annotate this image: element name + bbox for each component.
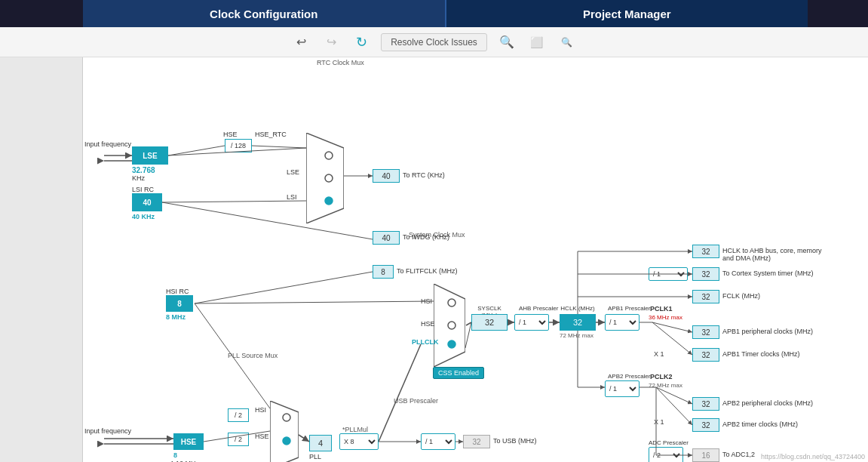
fit-button[interactable]: ⬜ xyxy=(526,32,547,53)
apb2-peripheral-label: APB2 peripheral clocks (MHz) xyxy=(722,399,813,407)
pll-label: PLL xyxy=(309,453,321,460)
header-left xyxy=(0,0,83,27)
sysclk-val: 32 xyxy=(471,314,508,331)
svg-line-11 xyxy=(168,146,225,156)
svg-line-18 xyxy=(195,301,434,303)
to-flit-val: 8 xyxy=(373,265,394,279)
hclk-ahb-val: 32 xyxy=(692,245,719,258)
pclk1-label: PCLK1 xyxy=(650,305,673,313)
refresh-button[interactable]: ↻ xyxy=(351,32,372,53)
svg-point-2 xyxy=(325,174,333,182)
clock-config-label: Clock Configuration xyxy=(210,8,317,20)
apb1-timer-label: APB1 Timer clocks (MHz) xyxy=(722,350,800,358)
svg-marker-8 xyxy=(270,401,299,462)
toolbar: ↩ ↪ ↻ Resolve Clock Issues 🔍 ⬜ 🔍 xyxy=(0,27,868,57)
project-manager-label: Project Manager xyxy=(583,8,671,20)
pllclk-label: PLLCLK xyxy=(412,338,439,346)
header: Clock Configuration Project Manager xyxy=(0,0,868,27)
hsi-rc-label: HSI RC xyxy=(166,288,189,295)
hsi-box: 8 xyxy=(166,295,193,312)
fclk-label: FCLK (MHz) xyxy=(722,292,760,300)
sys-mux-shape xyxy=(434,284,465,367)
lsi-box: 40 xyxy=(132,193,162,211)
clock-config-tab[interactable]: Clock Configuration xyxy=(83,0,445,27)
pll-mul-select[interactable]: X 8 X 2 X 3 X 4 X 6 X 7 xyxy=(339,433,379,450)
apb1-prescaler-select[interactable]: / 1 / 2 xyxy=(605,314,639,331)
apb1-timer-val: 32 xyxy=(692,348,719,362)
svg-line-40 xyxy=(379,344,421,442)
svg-point-9 xyxy=(283,414,290,421)
hse-rtc-label: HSE_RTC xyxy=(255,131,287,138)
to-rtc-val: 40 xyxy=(373,169,400,183)
hsi-pll-label: HSI xyxy=(255,406,266,414)
zoom-out-button[interactable]: 🔍 xyxy=(557,32,578,53)
pclk2-label: PCLK2 xyxy=(650,373,673,380)
project-manager-tab[interactable]: Project Manager xyxy=(445,0,808,27)
apb2-prescaler-select[interactable]: / 1 / 2 xyxy=(605,380,639,397)
lse-box: LSE xyxy=(132,146,168,165)
rtc-mux-label: RTC Clock Mux xyxy=(317,59,364,66)
lsi-rc-label: LSI RC xyxy=(132,186,154,193)
hse-freq: 8 xyxy=(173,451,177,459)
hclk-val: 32 xyxy=(560,314,596,331)
hse-box: HSE xyxy=(173,433,204,450)
cortex-timer-select[interactable]: / 1 / 8 xyxy=(649,267,688,281)
lsi-mux-label: LSI xyxy=(287,193,297,201)
apb1-prescaler-label: APB1 Prescaler xyxy=(608,305,650,312)
svg-point-7 xyxy=(448,340,455,348)
svg-line-14 xyxy=(252,146,306,148)
redo-button[interactable]: ↪ xyxy=(321,32,342,53)
cortex-timer-label: To Cortex System timer (MHz) xyxy=(722,270,814,277)
to-iwdg-label: To IWDG (KHz) xyxy=(403,233,449,241)
svg-point-5 xyxy=(448,299,455,306)
apb2-timer-val: 32 xyxy=(692,418,719,432)
svg-line-39 xyxy=(299,435,309,442)
lse-freq: 32.768 xyxy=(132,166,155,174)
resolve-clock-button[interactable]: Resolve Clock Issues xyxy=(381,33,487,51)
left-sidebar xyxy=(0,57,83,462)
header-end xyxy=(808,0,868,27)
hse-pll-label: HSE xyxy=(255,433,269,440)
svg-line-35 xyxy=(656,387,692,404)
apb1-x1-label: X 1 xyxy=(654,350,664,358)
hse-label-rtc: HSE xyxy=(223,131,238,138)
zoom-in-button[interactable]: 🔍 xyxy=(496,32,517,53)
fclk-val: 32 xyxy=(692,290,719,303)
pll-mul-label: *PLLMul xyxy=(342,426,368,433)
pclk1-max: 36 MHz max xyxy=(649,314,682,321)
main-area: RTC Clock Mux System Clock Mux PLL Sourc… xyxy=(0,57,868,462)
adc-val: 16 xyxy=(692,448,719,462)
svg-point-1 xyxy=(325,152,333,159)
svg-point-6 xyxy=(448,322,455,329)
adc-label: To ADC1,2 xyxy=(722,451,755,458)
clock-diagram-canvas: RTC Clock Mux System Clock Mux PLL Sourc… xyxy=(83,57,868,462)
input-freq-label-hse: Input frequency xyxy=(84,427,131,435)
rtc-mux-shape xyxy=(306,133,344,223)
ahb-prescaler-select[interactable]: / 1 / 2 / 4 xyxy=(514,314,549,331)
adc-prescaler-label: ADC Prescaler xyxy=(649,439,689,446)
ahb-prescaler-label: AHB Prescaler xyxy=(519,305,558,312)
adc-prescaler-select[interactable]: / 2 / 4 / 6 / 8 xyxy=(649,447,683,462)
to-usb-val: 32 xyxy=(463,435,490,448)
apb1-peripheral-val: 32 xyxy=(692,325,719,339)
hsi-div2-box: / 2 xyxy=(228,408,249,422)
usb-prescaler-select[interactable]: / 1 / 1.5 xyxy=(421,433,455,450)
usb-prescaler-label: USB Prescaler xyxy=(394,397,438,405)
watermark: https://blog.csdn.net/qq_43724400 xyxy=(761,453,865,460)
css-enabled-button[interactable]: CSS Enabled xyxy=(433,367,484,379)
svg-line-19 xyxy=(466,322,471,325)
input-freq-label-lse: Input frequency xyxy=(84,140,131,148)
apb2-peripheral-val: 32 xyxy=(692,397,719,411)
apb2-x1-label: X 1 xyxy=(654,418,664,426)
hclk-ahb-label: HCLK to AHB bus, core, memory and DMA (M… xyxy=(722,247,828,262)
undo-button[interactable]: ↩ xyxy=(290,32,311,53)
svg-line-30 xyxy=(652,322,692,332)
svg-point-3 xyxy=(325,197,333,205)
hclk-label: HCLK (MHz) xyxy=(560,305,596,312)
lse-unit: KHz xyxy=(132,174,145,182)
svg-line-13 xyxy=(162,201,306,202)
pll-source-mux-shape xyxy=(270,401,299,462)
hsi-sys-label: HSI xyxy=(421,297,432,305)
to-iwdg-val: 40 xyxy=(373,231,400,245)
to-flit-label: To FLITFCLK (MHz) xyxy=(397,267,458,275)
